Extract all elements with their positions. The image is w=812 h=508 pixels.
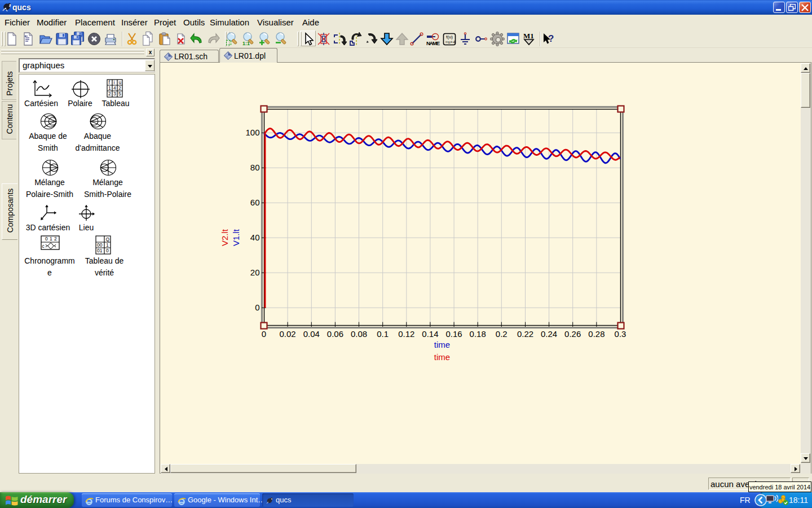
svg-text:=u+4: =u+4 xyxy=(445,40,456,45)
svg-text:3: 3 xyxy=(113,91,116,97)
svg-text:M1: M1 xyxy=(523,32,534,40)
svg-text:1: 1 xyxy=(50,236,52,242)
svg-text:NAME: NAME xyxy=(426,40,440,46)
svg-text:?: ? xyxy=(548,33,554,44)
svg-text:i: i xyxy=(114,80,115,85)
svg-text:01: 01 xyxy=(97,248,103,253)
svg-text:c: c xyxy=(42,243,45,249)
svg-text:u: u xyxy=(119,80,122,85)
svg-text:5: 5 xyxy=(118,91,121,97)
svg-text:f: f xyxy=(109,80,111,85)
svg-text:1: 1 xyxy=(106,242,109,248)
svg-text:0: 0 xyxy=(45,236,48,242)
svg-text:4: 4 xyxy=(113,85,116,91)
svg-text:f(u): f(u) xyxy=(446,34,453,40)
svg-text:00: 00 xyxy=(97,242,103,248)
svg-text:2: 2 xyxy=(108,91,111,97)
svg-text:2: 2 xyxy=(54,236,57,242)
svg-text:1:1: 1:1 xyxy=(242,41,250,46)
svg-text:0: 0 xyxy=(106,248,109,253)
svg-text:2: 2 xyxy=(118,85,121,91)
svg-text:1: 1 xyxy=(108,85,111,91)
svg-text:Q: Q xyxy=(106,237,110,242)
